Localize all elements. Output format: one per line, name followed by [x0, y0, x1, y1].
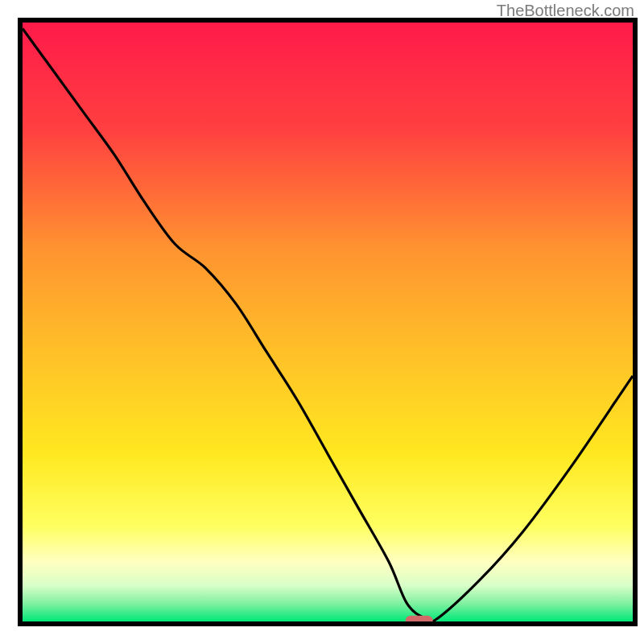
watermark-text: TheBottleneck.com	[497, 2, 634, 20]
gradient-background	[23, 23, 633, 621]
bottleneck-chart	[0, 0, 644, 644]
chart-container: TheBottleneck.com	[0, 0, 644, 644]
